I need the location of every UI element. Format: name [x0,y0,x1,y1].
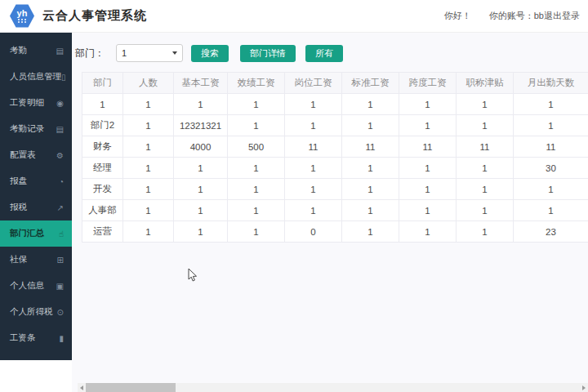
sidebar: 考勤 ▤ 人员信息管理 ▯ 工资明细 ◉ 考勤记录 ▤ 配置表 ⚙ 报盘 ◔ 报… [0,33,72,360]
gear-icon: ⚙ [56,151,64,160]
cell: 1 [399,94,457,115]
sidebar-item-label: 配置表 [10,149,56,161]
cell: 1 [514,200,588,221]
sidebar-item-label: 报盘 [10,176,59,187]
cell: 11 [285,136,342,158]
search-button[interactable]: 搜索 [191,45,229,62]
cell-department: 部门2 [82,115,123,136]
cell: 1 [174,94,228,115]
cell: 1 [228,179,285,200]
sidebar-item-label: 社保 [10,254,57,265]
cell: 30 [514,158,588,179]
col-header-standard-salary: 标准工资 [342,73,399,94]
document-icon: ▤ [56,47,64,56]
filter-toolbar: 部门： 1 搜索 部门详情 所有 [75,44,343,62]
sidebar-item-label: 报税 [10,202,57,213]
cell: 1 [399,179,457,200]
lock-icon: ⊙ [57,308,64,317]
cell: 1 [514,179,588,200]
cell: 1 [457,115,514,136]
cell: 1 [123,200,174,221]
sidebar-item-label: 考勤记录 [10,123,56,135]
sidebar-item-social-insurance[interactable]: 社保 ⊞ [0,247,72,273]
sidebar-item-label: 工资条 [10,332,59,344]
cell: 1 [399,200,457,221]
cell: 1 [342,158,399,179]
sidebar-bottom-gap [0,360,72,392]
cell: 1 [457,94,514,115]
cell: 1 [228,158,285,179]
cell: 0 [285,221,342,243]
sidebar-item-label: 部门汇总 [10,228,59,239]
sidebar-item-label: 个人所得税 [10,306,57,318]
cell: 1 [457,179,514,200]
scroll-right-arrow-icon[interactable] [580,383,588,392]
cell: 11 [399,136,457,158]
cell: 1 [123,221,174,243]
col-header-base-salary: 基本工资 [174,73,228,94]
cell: 1 [174,158,228,179]
thumb-icon: ☝ [59,229,64,238]
sidebar-item-label: 工资明细 [10,97,56,109]
cell: 1 [342,94,399,115]
sidebar-item-attendance[interactable]: 考勤 ▤ [0,38,72,64]
table-row: 1 1 1 1 1 1 1 1 1 [82,94,588,115]
sidebar-item-department-summary[interactable]: 部门汇总 ☝ [0,220,72,247]
topbar-right: 你好！ 你的账号：bb 退出登录 [444,10,580,22]
cell: 1 [123,158,174,179]
sidebar-item-label: 人员信息管理 [10,71,61,82]
col-header-performance-salary: 效绩工资 [228,73,285,94]
cell: 1 [285,115,342,136]
col-header-headcount: 人数 [123,73,174,94]
scrollbar-thumb[interactable] [86,383,176,392]
sidebar-item-personnel-info[interactable]: 人员信息管理 ▯ [0,64,72,90]
cell-department: 1 [82,94,123,115]
mobile-icon: ▯ [61,73,66,82]
cell: 1 [174,200,228,221]
cell: 1 [174,179,228,200]
sidebar-item-tax-report[interactable]: 报税 ↗ [0,194,72,220]
table-row: 开发 1 1 1 1 1 1 1 1 [82,179,588,200]
cell: 11 [457,136,514,158]
cell: 1 [457,200,514,221]
horizontal-scrollbar[interactable] [78,383,588,392]
locate-icon: ◉ [56,99,64,108]
department-filter-label: 部门： [75,47,105,60]
cell: 1 [342,200,399,221]
app-title: 云合人事管理系统 [42,8,147,24]
mouse-cursor [188,268,198,283]
cell: 1 [514,115,588,136]
app-logo-icon: yh [10,4,34,29]
cell-department: 财务 [82,136,123,158]
cell-department: 运营 [82,221,123,243]
cell: 500 [228,136,285,158]
cell: 1 [457,158,514,179]
cell-department: 经理 [82,158,123,179]
pie-chart-icon: ◔ [59,177,64,186]
cell: 1 [457,221,514,243]
logo-text: yh [17,9,28,18]
logout-link[interactable]: 退出登录 [544,10,580,22]
cell: 4000 [174,136,228,158]
department-select[interactable]: 1 [116,44,183,62]
sidebar-item-attendance-records[interactable]: 考勤记录 ▤ [0,116,72,142]
table-row: 运营 1 1 1 0 1 1 1 23 [82,221,588,243]
sidebar-item-salary-slip[interactable]: 工资条 ▮ [0,325,72,351]
sidebar-item-config-table[interactable]: 配置表 ⚙ [0,142,72,168]
show-all-button[interactable]: 所有 [305,45,343,62]
department-detail-button[interactable]: 部门详情 [240,45,296,62]
col-header-attendance-days: 月出勤天数 [514,73,588,94]
cell: 1 [123,94,174,115]
scroll-left-arrow-icon[interactable] [78,383,86,392]
col-header-department: 部门 [82,73,123,94]
chevron-down-icon [172,51,177,55]
sidebar-item-personal-info[interactable]: 个人信息 ▣ [0,273,72,299]
cell: 1 [342,115,399,136]
cell: 1 [123,115,174,136]
sidebar-item-personal-income-tax[interactable]: 个人所得税 ⊙ [0,299,72,325]
cell-department: 开发 [82,179,123,200]
cell: 1 [228,200,285,221]
sidebar-item-report-disk[interactable]: 报盘 ◔ [0,168,72,194]
sidebar-item-salary-detail[interactable]: 工资明细 ◉ [0,90,72,116]
cell: 1 [123,179,174,200]
